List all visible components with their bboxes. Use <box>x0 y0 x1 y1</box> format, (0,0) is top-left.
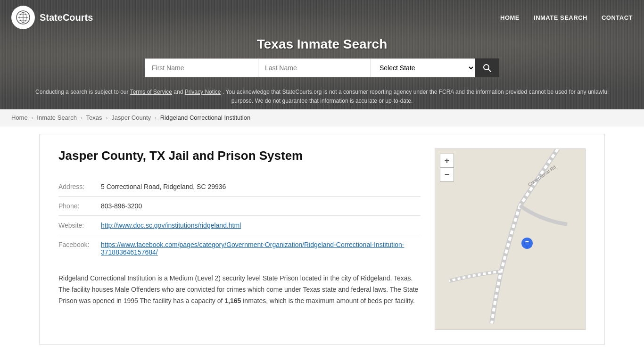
website-row: Website: http://www.doc.sc.gov/instituti… <box>58 216 421 235</box>
page-title: Texas Inmate Search <box>0 37 644 52</box>
description: Ridgeland Correctional Institution is a … <box>58 273 421 306</box>
phone-row: Phone: 803-896-3200 <box>58 197 421 216</box>
logo[interactable]: StateCourts <box>11 6 93 29</box>
privacy-link[interactable]: Privacy Notice <box>185 89 221 95</box>
search-button[interactable] <box>475 58 499 77</box>
address-value: 5 Correctional Road, Ridgeland, SC 29936 <box>101 177 421 197</box>
first-name-input[interactable] <box>145 58 258 77</box>
breadcrumb-sep-1: › <box>32 115 33 121</box>
facebook-link[interactable]: https://www.facebook.com/pages/category/… <box>101 241 405 256</box>
breadcrumb-inmate-search[interactable]: Inmate Search <box>37 114 77 121</box>
breadcrumb: Home › Inmate Search › Texas › Jasper Co… <box>0 109 644 126</box>
breadcrumb-home[interactable]: Home <box>11 114 28 121</box>
logo-text: StateCourts <box>40 12 93 23</box>
map-zoom-out[interactable]: − <box>440 168 454 181</box>
address-row: Address: 5 Correctional Road, Ridgeland,… <box>58 177 421 197</box>
nav-inmate-search[interactable]: INMATE SEARCH <box>534 14 587 21</box>
breadcrumb-sep-2: › <box>81 115 83 121</box>
breadcrumb-county[interactable]: Jasper County <box>111 114 151 121</box>
content-left: Jasper County, TX Jail and Prison System… <box>58 148 421 330</box>
last-name-input[interactable] <box>258 58 371 77</box>
svg-line-7 <box>488 69 491 72</box>
breadcrumb-sep-4: › <box>155 115 157 121</box>
map-svg: Correctional Rd <box>435 149 586 328</box>
map-zoom-in[interactable]: + <box>440 154 454 167</box>
facebook-row: Facebook: https://www.facebook.com/pages… <box>58 235 421 262</box>
facebook-value: https://www.facebook.com/pages/category/… <box>101 235 421 262</box>
phone-value: 803-896-3200 <box>101 197 421 216</box>
state-select[interactable]: Select State Alabama Alaska Arizona Texa… <box>371 58 475 77</box>
info-table: Address: 5 Correctional Road, Ridgeland,… <box>58 177 421 262</box>
breadcrumb-sep-3: › <box>106 115 108 121</box>
nav-home[interactable]: HOME <box>500 14 520 21</box>
address-label: Address: <box>58 177 101 197</box>
map-controls: + − <box>440 154 454 181</box>
header-title-area: Texas Inmate Search <box>0 37 644 52</box>
facebook-label: Facebook: <box>58 235 101 262</box>
content-wrapper: Jasper County, TX Jail and Prison System… <box>39 134 605 345</box>
nav-contact[interactable]: CONTACT <box>602 14 633 21</box>
search-icon <box>482 63 492 73</box>
breadcrumb-current: Ridgeland Correctional Institution <box>160 114 251 121</box>
disclaimer: Conducting a search is subject to our Te… <box>0 84 644 109</box>
search-bar: Select State Alabama Alaska Arizona Texa… <box>145 58 499 77</box>
terms-link[interactable]: Terms of Service <box>130 89 172 95</box>
capacity: 1,165 <box>224 297 241 304</box>
website-label: Website: <box>58 216 101 235</box>
website-link[interactable]: http://www.doc.sc.gov/institutions/ridge… <box>101 222 241 229</box>
logo-icon <box>11 6 35 29</box>
map-container: Correctional Rd + − <box>435 148 586 330</box>
website-value: http://www.doc.sc.gov/institutions/ridge… <box>101 216 421 235</box>
institution-heading: Jasper County, TX Jail and Prison System <box>58 148 421 163</box>
phone-label: Phone: <box>58 197 101 216</box>
breadcrumb-state[interactable]: Texas <box>86 114 102 121</box>
nav-links: HOME INMATE SEARCH CONTACT <box>500 14 633 21</box>
